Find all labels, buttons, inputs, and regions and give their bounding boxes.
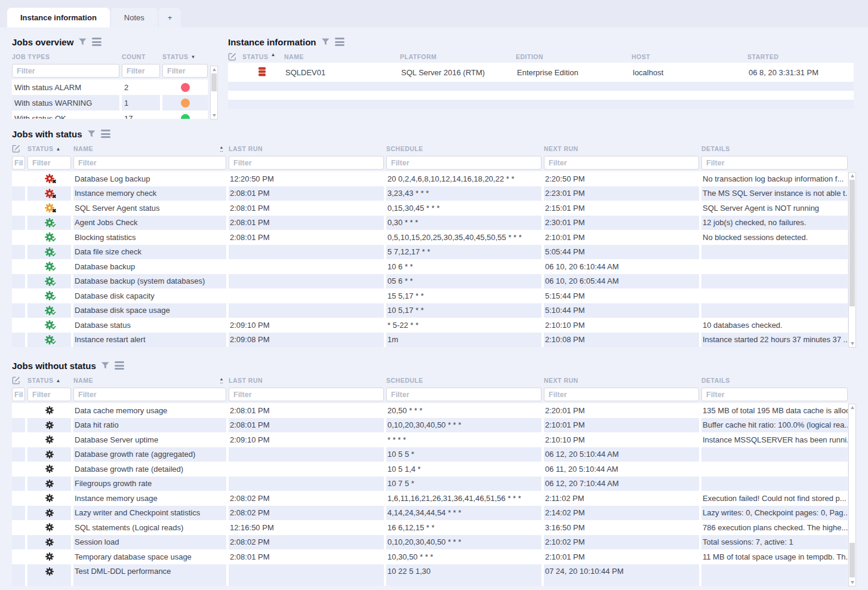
filter-input-name[interactable]: [73, 156, 226, 170]
table-row[interactable]: ✔Database disk capacity15 5,17 * *5:15:4…: [12, 288, 848, 303]
edit-icon[interactable]: [12, 374, 25, 386]
table-row[interactable]: ✔Database backup (system databases)05 6 …: [12, 274, 848, 289]
filter-input-schedule[interactable]: [386, 156, 541, 170]
column-header-label: STATUS: [27, 145, 53, 152]
column-header-job-types[interactable]: JOB TYPES: [12, 51, 119, 63]
job-name-cell: Data hit ratio: [73, 418, 226, 433]
filter-input-select[interactable]: [12, 388, 25, 401]
table-row[interactable]: ✔Instance restart alert2:09:08 PM1m2:10:…: [12, 333, 848, 348]
filter-input-last-run[interactable]: [229, 388, 384, 401]
table-row[interactable]: ✔Agent Jobs Check2:08:01 PM0,30 * * *2:3…: [12, 216, 848, 231]
table-row[interactable]: ✖SQL Server Agent status2:08:01 PM0,15,3…: [12, 201, 848, 216]
column-header-next-run[interactable]: NEXT RUN: [544, 143, 699, 155]
details-cell: [701, 477, 848, 491]
menu-icon[interactable]: [115, 361, 124, 370]
column-header-started[interactable]: STARTED: [747, 51, 854, 63]
details-cell: Total sessions: 7, active: 1: [701, 535, 848, 550]
edition-cell: Enterprise Edition: [516, 63, 629, 82]
column-header-status[interactable]: STATUS▲: [27, 143, 71, 155]
table-row[interactable]: Instance memory usage2:08:02 PM1,6,11,16…: [12, 491, 848, 506]
last-run-cell: 12:16:50 PM: [229, 520, 384, 535]
table-row[interactable]: Session load2:08:02 PM0,10,20,30,40,50 *…: [12, 535, 848, 550]
tab-instance-information[interactable]: Instance information: [7, 8, 110, 27]
column-header-last-run[interactable]: LAST RUN: [229, 374, 384, 386]
column-header-platform[interactable]: PLATFORM: [400, 51, 513, 63]
next-run-cell: 06 11, 20 5:10:44 AM: [544, 462, 699, 477]
table-row[interactable]: With status WARNING1: [12, 95, 208, 110]
table-row[interactable]: SQLDEV01SQL Server 2016 (RTM)Enterprise …: [228, 63, 854, 82]
table-row[interactable]: ✔Database disk space usage10 5,17 * *5:1…: [12, 303, 848, 318]
filter-input-name[interactable]: [73, 388, 226, 401]
column-header-count[interactable]: COUNT: [122, 51, 160, 63]
table-row[interactable]: Data cache memory usage2:08:01 PM20,50 *…: [12, 403, 848, 418]
menu-icon[interactable]: [335, 38, 344, 46]
column-header-host[interactable]: HOST: [632, 51, 745, 63]
tab-new[interactable]: +: [159, 8, 181, 27]
tab-notes[interactable]: Notes: [111, 8, 158, 27]
column-header-schedule[interactable]: SCHEDULE: [386, 143, 541, 155]
column-header-last-run[interactable]: LAST RUN: [229, 143, 384, 155]
filter-input-job-types[interactable]: [12, 64, 119, 78]
table-row[interactable]: ✔Blocking statistics2:08:01 PM0,5,10,15,…: [12, 230, 848, 245]
jobs-with-status-scrollbar[interactable]: [848, 172, 856, 348]
table-row[interactable]: Filegroups growth rate10 7 5 *06 12, 20 …: [12, 477, 848, 491]
filter-input-status[interactable]: [27, 156, 71, 170]
column-header-name[interactable]: NAME▲..: [73, 143, 226, 155]
filter-input-schedule[interactable]: [386, 388, 541, 401]
table-row[interactable]: ✖Database Log backup12:20:50 PM20 0,2,4,…: [12, 171, 848, 186]
table-row[interactable]: Data hit ratio2:08:01 PM0,10,20,30,40,50…: [12, 418, 848, 433]
scroll-thumb[interactable]: [211, 73, 217, 91]
table-row[interactable]: ✔Database backup10 6 * *06 10, 20 6:10:4…: [12, 259, 848, 274]
filter-input-select[interactable]: [12, 156, 25, 170]
menu-icon[interactable]: [101, 130, 110, 138]
filter-input-count[interactable]: [122, 64, 160, 78]
table-row[interactable]: Database Server uptime2:09:10 PM* * * *2…: [12, 432, 848, 447]
table-row[interactable]: ✔Data file size check5 7,12,17 * *5:05:4…: [12, 245, 848, 260]
filter-input-details[interactable]: [701, 388, 848, 401]
edit-icon[interactable]: [228, 51, 240, 63]
filter-funnel-icon[interactable]: [322, 37, 330, 47]
column-header-next-run[interactable]: NEXT RUN: [544, 374, 699, 386]
filter-input-next-run[interactable]: [544, 388, 699, 401]
jobs-without-status-scrollbar[interactable]: [848, 404, 856, 586]
column-header-status[interactable]: STATUS▲: [27, 374, 71, 386]
menu-icon[interactable]: [92, 38, 101, 46]
filter-input-status[interactable]: [162, 64, 208, 78]
column-header-details[interactable]: DETAILS: [701, 143, 848, 155]
next-run-cell: 2:20:50 PM: [544, 171, 699, 186]
scroll-thumb[interactable]: [849, 180, 855, 306]
table-row[interactable]: Temporary database space usage2:08:01 PM…: [12, 549, 848, 564]
last-run-cell: [229, 274, 384, 289]
filter-funnel-icon[interactable]: [88, 129, 96, 139]
table-row[interactable]: With status OK17: [12, 110, 208, 119]
column-header-status[interactable]: STATUS▼: [162, 51, 208, 63]
jobs-overview-panel: Jobs overview JOB TYPESCOUNTSTATUS▼ With…: [12, 35, 218, 119]
table-row[interactable]: With status ALARM2: [12, 79, 208, 95]
column-header-name[interactable]: NAME▲..: [73, 374, 226, 386]
filter-input-last-run[interactable]: [229, 156, 384, 170]
scroll-thumb[interactable]: [849, 543, 855, 577]
filter-funnel-icon[interactable]: [101, 361, 109, 371]
table-row[interactable]: ✖Instance memory check2:08:01 PM3,23,43 …: [12, 186, 848, 201]
filter-funnel-icon[interactable]: [79, 37, 87, 47]
edit-icon[interactable]: [12, 143, 25, 155]
table-row[interactable]: Lazy writer and Checkpoint statistics2:0…: [12, 506, 848, 521]
table-row[interactable]: SQL statements (Logical reads)12:16:50 P…: [12, 520, 848, 535]
column-header-details[interactable]: DETAILS: [701, 374, 848, 386]
schedule-cell: 1m: [386, 333, 541, 348]
table-row[interactable]: Database growth rate (aggregated)10 5 5 …: [12, 447, 848, 462]
filter-input-details[interactable]: [701, 156, 848, 170]
table-row[interactable]: Test DML-DDL performance10 22 5 1,3007 2…: [12, 564, 848, 579]
filter-input-status[interactable]: [27, 388, 71, 401]
table-row[interactable]: Database growth rate (detailed)10 5 1,4 …: [12, 462, 848, 477]
column-header-name[interactable]: NAME: [284, 51, 398, 63]
gear-icon: [45, 450, 54, 459]
empty-row: [228, 82, 854, 91]
column-header-edition[interactable]: EDITION: [516, 51, 629, 63]
sort-asc-icon: ▲: [56, 146, 60, 152]
jobs-overview-scrollbar[interactable]: [210, 66, 218, 119]
column-header-schedule[interactable]: SCHEDULE: [386, 374, 541, 386]
filter-input-next-run[interactable]: [544, 156, 699, 170]
table-row[interactable]: ✔Database status2:09:10 PM* 5-22 * *2:10…: [12, 318, 848, 333]
column-header-status[interactable]: STATUS▲: [242, 51, 282, 63]
